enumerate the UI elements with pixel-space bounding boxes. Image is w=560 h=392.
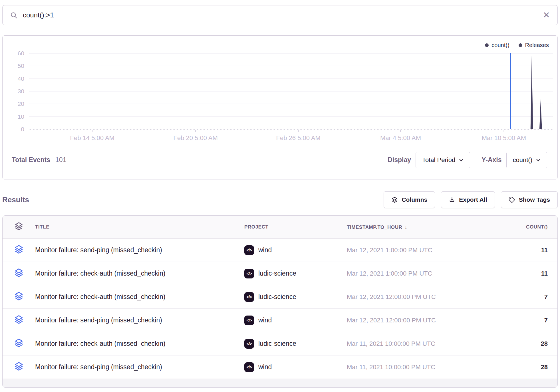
code-icon: </> bbox=[244, 292, 254, 302]
columns-button-label: Columns bbox=[402, 196, 427, 203]
row-project: </> ludic-science bbox=[244, 269, 347, 278]
header-layers-icon bbox=[14, 222, 23, 232]
clear-search-icon[interactable]: ✕ bbox=[543, 11, 550, 19]
row-title-link[interactable]: Monitor failure: send-ping (missed_check… bbox=[35, 316, 244, 324]
search-input[interactable] bbox=[23, 11, 538, 19]
column-header-count[interactable]: COUNT() bbox=[474, 224, 557, 230]
svg-text:Feb 20 5:00 AM: Feb 20 5:00 AM bbox=[174, 134, 218, 142]
table-row: Monitor failure: check-auth (missed_chec… bbox=[3, 262, 557, 285]
chart-footer: Total Events 101 Display Total Period Y-… bbox=[3, 144, 557, 179]
row-timestamp: Mar 12, 2021 12:00:00 PM UTC bbox=[347, 317, 474, 324]
show-tags-button[interactable]: Show Tags bbox=[501, 191, 558, 208]
chevron-down-icon bbox=[536, 159, 541, 161]
row-count: 7 bbox=[474, 317, 557, 324]
row-timestamp: Mar 12, 2021 1:00:00 PM UTC bbox=[347, 246, 474, 254]
yaxis-dropdown-value: count() bbox=[513, 156, 532, 164]
events-over-time-chart[interactable]: 0102030405060Feb 14 5:00 AMFeb 20 5:00 A… bbox=[3, 36, 558, 144]
svg-text:Mar 10 5:00 AM: Mar 10 5:00 AM bbox=[482, 134, 526, 142]
row-title-link[interactable]: Monitor failure: check-auth (missed_chec… bbox=[35, 293, 244, 301]
total-events-value: 101 bbox=[55, 156, 66, 164]
row-title-link[interactable]: Monitor failure: check-auth (missed_chec… bbox=[35, 270, 244, 277]
row-project-name: ludic-science bbox=[258, 293, 296, 301]
issue-layers-icon bbox=[14, 361, 24, 373]
row-project: </> wind bbox=[244, 245, 347, 255]
row-project: </> wind bbox=[244, 362, 347, 372]
results-table: TITLE PROJECT TIMESTAMP.TO_HOUR↓ COUNT()… bbox=[2, 215, 558, 388]
issue-layers-icon bbox=[14, 315, 24, 326]
code-icon: </> bbox=[244, 245, 254, 255]
row-count: 11 bbox=[474, 246, 557, 254]
total-events: Total Events 101 bbox=[12, 156, 66, 164]
events-chart-panel: count() Releases 0102030405060Feb 14 5:0… bbox=[2, 35, 558, 179]
column-header-timestamp-label: TIMESTAMP.TO_HOUR bbox=[347, 225, 402, 230]
row-count: 7 bbox=[474, 293, 557, 301]
svg-text:0: 0 bbox=[21, 126, 24, 132]
row-project-name: wind bbox=[258, 363, 272, 371]
row-count: 11 bbox=[474, 270, 557, 277]
row-timestamp: Mar 11, 2021 10:00:00 PM UTC bbox=[347, 340, 474, 347]
display-dropdown-value: Total Period bbox=[422, 156, 455, 164]
issue-layers-icon bbox=[14, 245, 24, 256]
svg-text:60: 60 bbox=[18, 50, 24, 56]
results-title: Results bbox=[2, 195, 29, 204]
issue-layers-icon bbox=[14, 291, 24, 303]
table-row: Monitor failure: check-auth (missed_chec… bbox=[3, 285, 557, 309]
code-icon: </> bbox=[244, 269, 254, 278]
yaxis-label: Y-Axis bbox=[482, 156, 501, 164]
column-header-title[interactable]: TITLE bbox=[35, 224, 244, 230]
row-timestamp: Mar 12, 2021 12:00:00 PM UTC bbox=[347, 293, 474, 301]
row-project-name: wind bbox=[258, 246, 272, 254]
column-header-project[interactable]: PROJECT bbox=[244, 224, 347, 230]
row-count: 28 bbox=[474, 363, 557, 371]
download-icon bbox=[449, 197, 455, 203]
issue-layers-icon bbox=[14, 338, 24, 349]
column-header-timestamp[interactable]: TIMESTAMP.TO_HOUR↓ bbox=[347, 224, 474, 230]
total-events-label: Total Events bbox=[12, 156, 50, 164]
svg-text:Feb 26 5:00 AM: Feb 26 5:00 AM bbox=[276, 134, 321, 142]
code-icon: </> bbox=[244, 339, 254, 349]
svg-text:Mar 4 5:00 AM: Mar 4 5:00 AM bbox=[380, 134, 421, 142]
row-title-link[interactable]: Monitor failure: send-ping (missed_check… bbox=[35, 246, 244, 254]
row-project-name: ludic-science bbox=[258, 270, 296, 277]
columns-button[interactable]: Columns bbox=[384, 191, 435, 208]
svg-text:50: 50 bbox=[18, 62, 24, 69]
row-timestamp: Mar 12, 2021 1:00:00 PM UTC bbox=[347, 270, 474, 277]
search-bar: ✕ bbox=[2, 5, 558, 25]
row-count: 28 bbox=[474, 340, 557, 347]
table-header-row: TITLE PROJECT TIMESTAMP.TO_HOUR↓ COUNT() bbox=[3, 216, 557, 239]
sort-desc-icon: ↓ bbox=[404, 224, 407, 230]
search-icon bbox=[10, 11, 18, 19]
row-timestamp: Mar 11, 2021 10:00:00 PM UTC bbox=[347, 363, 474, 371]
code-icon: </> bbox=[244, 362, 254, 372]
chevron-down-icon bbox=[459, 159, 464, 161]
code-icon: </> bbox=[244, 316, 254, 325]
display-dropdown[interactable]: Total Period bbox=[416, 152, 470, 168]
yaxis-dropdown[interactable]: count() bbox=[506, 152, 547, 168]
show-tags-button-label: Show Tags bbox=[519, 196, 550, 203]
row-project: </> wind bbox=[244, 316, 347, 325]
table-body: Monitor failure: send-ping (missed_check… bbox=[3, 239, 557, 379]
svg-text:40: 40 bbox=[18, 75, 24, 82]
svg-text:10: 10 bbox=[18, 113, 24, 120]
table-row: Monitor failure: send-ping (missed_check… bbox=[3, 309, 557, 332]
export-all-button[interactable]: Export All bbox=[441, 191, 495, 208]
export-all-button-label: Export All bbox=[459, 196, 487, 203]
issue-layers-icon bbox=[14, 268, 24, 279]
row-title-link[interactable]: Monitor failure: send-ping (missed_check… bbox=[35, 363, 244, 371]
row-project-name: ludic-science bbox=[258, 340, 296, 347]
results-bar: Results Columns Export All Show Tags bbox=[2, 191, 558, 209]
row-title-link[interactable]: Monitor failure: check-auth (missed_chec… bbox=[35, 340, 244, 347]
layers-icon bbox=[391, 197, 398, 203]
svg-text:Feb 14 5:00 AM: Feb 14 5:00 AM bbox=[70, 134, 114, 142]
table-row: Monitor failure: send-ping (missed_check… bbox=[3, 355, 557, 379]
svg-text:20: 20 bbox=[18, 100, 24, 107]
row-project: </> ludic-science bbox=[244, 292, 347, 302]
svg-text:30: 30 bbox=[18, 88, 24, 94]
table-row: Monitor failure: send-ping (missed_check… bbox=[3, 239, 557, 262]
display-label: Display bbox=[388, 156, 411, 164]
row-project: </> ludic-science bbox=[244, 339, 347, 349]
table-footer bbox=[3, 379, 557, 387]
tag-icon bbox=[509, 197, 515, 203]
table-row: Monitor failure: check-auth (missed_chec… bbox=[3, 332, 557, 355]
row-project-name: wind bbox=[258, 316, 272, 324]
